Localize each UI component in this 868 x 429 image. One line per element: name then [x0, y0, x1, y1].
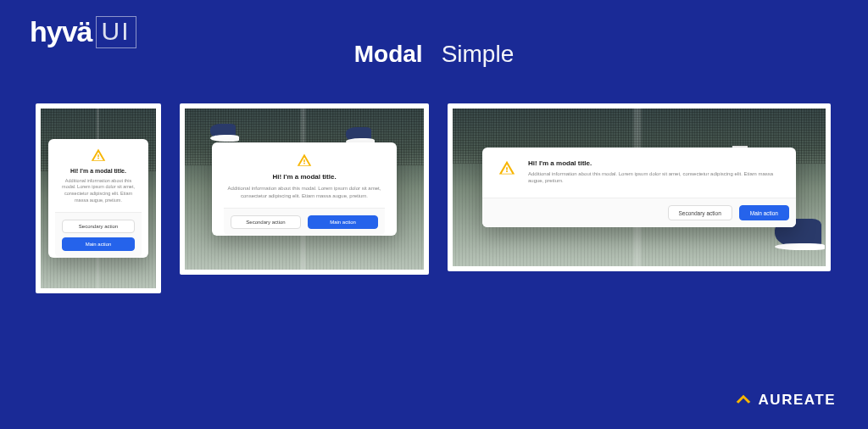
- aureate-logo: AUREATE: [735, 391, 836, 409]
- background-decor: [210, 124, 236, 139]
- warning-icon: [498, 159, 515, 195]
- logo-suffix-text: UI: [96, 16, 136, 48]
- chevron-up-icon: [735, 391, 752, 409]
- title-component: Modal: [354, 41, 423, 68]
- preview-tablet: Hi! I'm a modal title. Additional inform…: [180, 103, 429, 275]
- preview-mobile-frame: Hi! I'm a modal title. Additional inform…: [41, 109, 156, 288]
- main-action-button[interactable]: Main action: [308, 215, 378, 229]
- secondary-action-button[interactable]: Secondary action: [668, 205, 732, 220]
- modal-dialog: Hi! I'm a modal title. Additional inform…: [48, 139, 148, 259]
- title-variant: Simple: [442, 41, 515, 68]
- secondary-action-button[interactable]: Secondary action: [231, 215, 301, 229]
- responsive-previews: Hi! I'm a modal title. Additional inform…: [36, 103, 832, 293]
- modal-actions: Secondary action Main action: [482, 198, 796, 227]
- logo-main-text: hyvä: [30, 15, 92, 48]
- preview-desktop: Hi! I'm a modal title. Additional inform…: [448, 103, 831, 271]
- preview-desktop-frame: Hi! I'm a modal title. Additional inform…: [453, 109, 826, 266]
- modal-description: Additional information about this modal.…: [528, 170, 784, 185]
- page-title: Modal Simple: [354, 41, 514, 68]
- modal-title: Hi! I'm a modal title.: [528, 159, 784, 167]
- background-decor: [346, 127, 371, 142]
- warning-icon: [224, 153, 385, 168]
- main-action-button[interactable]: Main action: [62, 237, 135, 251]
- modal-actions: Secondary action Main action: [224, 208, 385, 236]
- warning-icon: [55, 148, 142, 163]
- modal-title: Hi! I'm a modal title.: [55, 168, 142, 174]
- modal-dialog: Hi! I'm a modal title. Additional inform…: [482, 148, 796, 228]
- modal-description: Additional information about this modal.…: [55, 178, 142, 204]
- preview-tablet-frame: Hi! I'm a modal title. Additional inform…: [185, 109, 424, 270]
- secondary-action-button[interactable]: Secondary action: [62, 220, 135, 233]
- hyva-ui-logo: hyvä UI: [30, 15, 136, 50]
- modal-actions: Secondary action Main action: [55, 212, 142, 258]
- preview-mobile: Hi! I'm a modal title. Additional inform…: [36, 103, 161, 293]
- modal-description: Additional information about this modal.…: [224, 185, 385, 199]
- footer-brand-text: AUREATE: [759, 392, 836, 409]
- modal-title: Hi! I'm a modal title.: [224, 173, 385, 181]
- modal-dialog: Hi! I'm a modal title. Additional inform…: [212, 142, 397, 236]
- main-action-button[interactable]: Main action: [739, 205, 789, 220]
